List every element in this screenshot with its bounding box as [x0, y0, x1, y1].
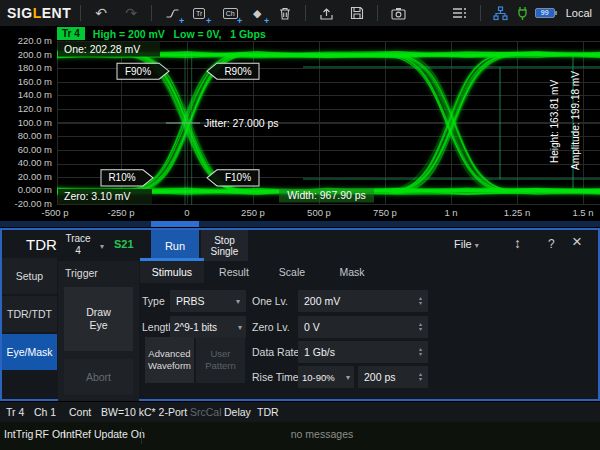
- abort-button[interactable]: Abort: [64, 359, 133, 395]
- data-rate-value: 1 Gb/s: [304, 346, 335, 358]
- one-level-input[interactable]: 200 mV ▴▾: [298, 290, 428, 312]
- chevron-down-icon: ▾: [100, 241, 104, 253]
- trace-badge[interactable]: Tr 4: [57, 27, 85, 40]
- undo-icon[interactable]: ↶: [90, 2, 112, 24]
- scrollbar-thumb[interactable]: [151, 221, 199, 227]
- adv-line1: Advanced: [148, 348, 190, 360]
- spinner-icons[interactable]: ▴▾: [419, 347, 422, 357]
- status-intref[interactable]: IntRef: [63, 428, 91, 440]
- load-icon[interactable]: [315, 2, 337, 24]
- plot-annotation: Jitter: 27.000 ps: [204, 117, 279, 129]
- delete-icon[interactable]: [274, 2, 296, 24]
- add-trace-window-icon[interactable]: Tr +: [188, 2, 210, 24]
- trace-selector-dropdown[interactable]: Trace 4 ▾: [58, 233, 98, 257]
- spin-down-icon[interactable]: ▾: [419, 301, 422, 306]
- eye-plot[interactable]: One: 202.28 mVZero: 3.10 mVJitter: 27.00…: [57, 41, 600, 205]
- zero-level-value: 0 V: [304, 321, 320, 333]
- sidebar-item-setup[interactable]: Setup: [2, 258, 57, 294]
- add-trace-icon[interactable]: +: [161, 2, 183, 24]
- redo-icon[interactable]: ↷: [120, 2, 142, 24]
- tab-result[interactable]: Result: [204, 258, 264, 283]
- status-update[interactable]: Update On: [94, 428, 145, 440]
- local-remote-label[interactable]: Local: [566, 7, 592, 19]
- spin-down-icon[interactable]: ▾: [419, 352, 422, 357]
- divider: [80, 5, 81, 21]
- spin-down-icon[interactable]: ▾: [419, 377, 422, 382]
- tab-scale[interactable]: Scale: [264, 258, 320, 283]
- lan-icon[interactable]: [490, 2, 512, 24]
- plus-badge: +: [179, 16, 184, 26]
- length-dropdown[interactable]: 2^9-1 bits ▾: [170, 316, 246, 338]
- rise-time-ref-value: 10-90%: [302, 372, 335, 383]
- y-axis-tick: 100.0 m: [0, 117, 52, 128]
- stop-single-button[interactable]: Stop Single: [201, 230, 248, 261]
- draw-line1: Draw: [86, 306, 111, 319]
- battery-level: 99: [535, 8, 555, 18]
- advanced-waveform-button[interactable]: Advanced Waveform: [145, 337, 194, 383]
- status-channel[interactable]: Ch 1: [34, 406, 56, 418]
- adv-line2: Waveform: [148, 360, 191, 372]
- sidebar-item-tdr-tdt[interactable]: TDR/TDT: [2, 296, 57, 332]
- status-cont[interactable]: Cont: [69, 406, 91, 418]
- rise-time-label: Rise Time: [252, 371, 299, 383]
- rise-time-ref-dropdown[interactable]: 10-90% ▾: [298, 366, 354, 388]
- status-cal[interactable]: C* 2-Port: [144, 406, 187, 418]
- add-channel-window-icon[interactable]: Ch +: [219, 2, 241, 24]
- x-axis-tick: 1 n: [421, 207, 481, 218]
- trigger-group: Trigger Draw Eye Abort: [58, 261, 139, 401]
- power-icon[interactable]: [512, 2, 534, 24]
- spinner-icons[interactable]: ▴▾: [419, 372, 422, 382]
- screenshot-icon[interactable]: [387, 2, 409, 24]
- tab-bar: Stimulus Result Scale Mask: [140, 258, 384, 283]
- stop-line2: Single: [211, 246, 239, 257]
- save-icon[interactable]: [346, 2, 368, 24]
- x-axis-tick: -250 p: [91, 207, 151, 218]
- menu-icon[interactable]: [449, 2, 471, 24]
- y-axis-tick: 140.0 m: [0, 89, 52, 100]
- type-dropdown[interactable]: PRBS ▾: [170, 290, 246, 312]
- stop-line1: Stop: [214, 235, 235, 246]
- status-srccal[interactable]: SrcCal: [190, 406, 222, 418]
- tab-stimulus[interactable]: Stimulus: [140, 258, 204, 283]
- add-marker-icon[interactable]: ◆+: [246, 2, 268, 24]
- spinner-icons[interactable]: ▴▾: [419, 296, 422, 306]
- battery-icon[interactable]: 99: [534, 2, 556, 24]
- status-trace[interactable]: Tr 4: [6, 406, 24, 418]
- spin-down-icon[interactable]: ▾: [419, 327, 422, 332]
- status-bw[interactable]: BW=10 k: [101, 406, 144, 418]
- system-status-bar: IntTrig RF On IntRef Update On no messag…: [0, 422, 600, 450]
- x-axis-tick: 250 p: [223, 207, 283, 218]
- length-value: 2^9-1 bits: [174, 322, 217, 333]
- user-pattern-button[interactable]: User Pattern: [196, 337, 245, 383]
- x-axis-tick: 1.25 n: [487, 207, 547, 218]
- status-delay[interactable]: Delay: [224, 406, 251, 418]
- run-button[interactable]: Run: [151, 230, 199, 261]
- draw-eye-button[interactable]: Draw Eye: [64, 287, 133, 351]
- horizontal-scrollbar[interactable]: [0, 221, 600, 227]
- file-menu[interactable]: File ▾: [454, 238, 479, 250]
- status-inttrig[interactable]: IntTrig: [4, 428, 33, 440]
- tab-mask[interactable]: Mask: [320, 258, 384, 283]
- y-axis-tick: 40.00 m: [0, 157, 52, 168]
- spinner-icons[interactable]: ▴▾: [419, 322, 422, 332]
- status-tdr[interactable]: TDR: [257, 406, 279, 418]
- siglent-logo: SIGLENT: [7, 5, 71, 21]
- type-label: Type: [142, 295, 165, 307]
- resize-panel-icon[interactable]: ↕: [514, 235, 521, 251]
- zero-level-input[interactable]: 0 V ▴▾: [298, 316, 428, 338]
- tr-glyph: Tr: [193, 8, 205, 19]
- divider: [151, 5, 152, 21]
- file-label: File: [454, 238, 472, 250]
- plot-annotation: Height: 163.81 mV: [549, 80, 560, 164]
- tdr-control-panel: TDR Trace 4 ▾ S21 Run Stop Single File ▾…: [0, 228, 600, 401]
- divider: [377, 5, 378, 21]
- x-axis-tick: 500 p: [289, 207, 349, 218]
- rise-time-input[interactable]: 200 ps ▴▾: [358, 366, 428, 388]
- y-axis-tick: 200.0 m: [0, 49, 52, 60]
- sidebar-item-eye-mask[interactable]: Eye/Mask: [2, 334, 57, 370]
- status-rf[interactable]: RF On: [35, 428, 66, 440]
- help-button[interactable]: ?: [548, 237, 555, 251]
- close-icon[interactable]: ×: [572, 232, 582, 252]
- data-rate-input[interactable]: 1 Gb/s ▴▾: [298, 341, 428, 363]
- top-toolbar: SIGLENT ↶ ↷ + Tr + Ch + ◆+: [0, 0, 600, 26]
